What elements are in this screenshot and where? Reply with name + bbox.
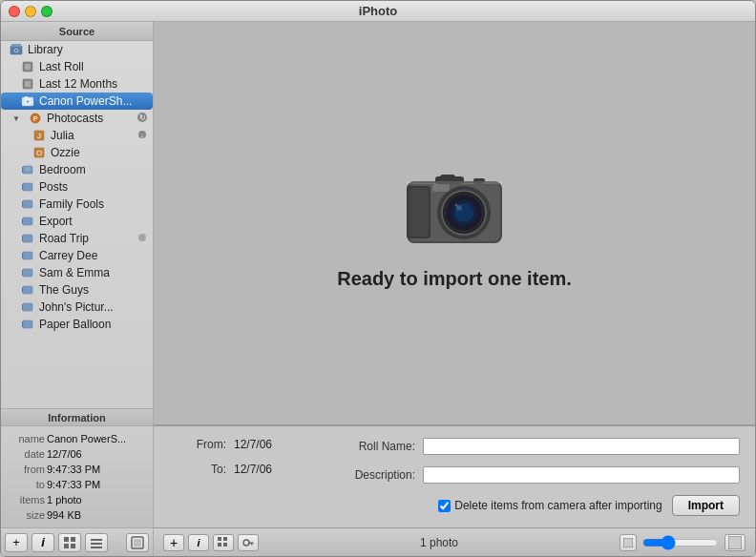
form-to-row: To: 12/7/06 [169, 463, 310, 476]
sidebar-item-label: Library [28, 43, 63, 56]
sidebar-item-family-fools[interactable]: Family Fools [1, 196, 153, 213]
sidebar-item-sam-emma[interactable]: Sam & Emma [1, 264, 153, 281]
grid-button[interactable] [58, 533, 81, 552]
from-value: 12/7/06 [234, 438, 310, 451]
info-row-items: items 1 photo [9, 492, 145, 507]
roll-icon [20, 59, 35, 74]
disclosure-icon: ▼ [9, 111, 24, 126]
description-input[interactable] [423, 466, 740, 484]
sidebar-scroll[interactable]: Library Last Roll [1, 41, 153, 408]
close-button[interactable] [9, 6, 20, 17]
sidebar-item-label: Export [39, 215, 73, 228]
key-icon [242, 537, 254, 548]
sidebar-item-export[interactable]: Export [1, 213, 153, 230]
add-bottom-button[interactable]: + [163, 534, 184, 551]
svg-rect-35 [23, 252, 32, 259]
svg-rect-72 [440, 175, 455, 182]
maximize-button[interactable] [41, 6, 52, 17]
svg-rect-49 [91, 539, 102, 541]
import-button[interactable]: Import [672, 495, 740, 516]
svg-rect-57 [409, 188, 429, 237]
sidebar-item-canon[interactable]: Canon PowerSh... [1, 93, 153, 110]
titlebar: iPhoto [1, 1, 755, 22]
from-label: From: [169, 438, 226, 451]
sidebar-item-road-trip[interactable]: Road Trip [1, 230, 153, 247]
info-content: name Canon PowerS... date 12/7/06 from 9… [1, 426, 153, 527]
sidebar-item-the-guys[interactable]: The Guys [1, 281, 153, 299]
window-controls [9, 6, 52, 17]
camera-illustration [388, 157, 521, 253]
camera-area: Ready to import one item. [154, 22, 755, 424]
svg-rect-43 [23, 320, 32, 328]
sidebar-item-posts[interactable]: Posts [1, 178, 153, 196]
view-large-icon [728, 536, 742, 549]
sidebar-header: Source [1, 22, 153, 41]
sidebar-item-label: Paper Balloon [39, 318, 111, 331]
svg-point-65 [455, 203, 458, 206]
album-icon [20, 299, 35, 315]
delete-checkbox[interactable] [438, 500, 451, 512]
sidebar-item-photocasts[interactable]: ▼ P Photocasts ↻ [1, 110, 153, 127]
info-value-date: 12/7/06 [47, 446, 82, 462]
roll-name-label: Roll Name: [329, 440, 415, 453]
sidebar-item-last-12[interactable]: Last 12 Months [1, 75, 153, 93]
info-value-to: 9:47:33 PM [47, 477, 100, 492]
info-header: Information [1, 409, 153, 426]
svg-rect-79 [249, 542, 254, 544]
sidebar-item-label: Family Fools [39, 197, 104, 211]
minimize-button[interactable] [25, 6, 36, 17]
svg-rect-40 [22, 287, 23, 293]
sidebar-toolbar: + i [1, 527, 153, 556]
info-value-size: 994 KB [47, 507, 81, 523]
info-bottom-button[interactable]: i [188, 534, 209, 551]
view-large-button[interactable] [724, 534, 746, 551]
svg-rect-29 [22, 201, 23, 207]
grid-bottom-button[interactable] [213, 534, 234, 551]
sidebar-item-label: Julia [51, 129, 74, 142]
album-icon [20, 317, 35, 332]
sidebar-item-label: Road Trip [39, 232, 89, 245]
info-value-items: 1 photo [47, 492, 82, 507]
photo-count: 1 photo [420, 536, 458, 549]
svg-rect-7 [25, 81, 31, 87]
svg-rect-39 [23, 286, 32, 294]
svg-rect-27 [22, 184, 23, 190]
sidebar-item-label: Canon PowerSh... [39, 94, 132, 108]
svg-rect-42 [22, 304, 23, 310]
sidebar-item-label: The Guys [39, 283, 89, 297]
sidebar-item-label: Carrey Dee [39, 249, 97, 262]
svg-rect-23 [22, 167, 23, 173]
info-button[interactable]: i [32, 533, 54, 552]
svg-rect-41 [23, 303, 32, 311]
svg-rect-82 [624, 539, 632, 547]
info-value-name: Canon PowerS... [47, 431, 126, 446]
sidebar-item-bedroom[interactable]: Bedroom [1, 161, 153, 178]
sidebar-item-last-roll[interactable]: Last Roll [1, 58, 153, 75]
form-roll-row: Roll Name: [329, 438, 740, 455]
svg-rect-38 [22, 270, 23, 276]
list-button[interactable] [85, 533, 108, 552]
sidebar-item-julia[interactable]: J Julia ↓ [1, 127, 153, 144]
add-button[interactable]: + [5, 533, 28, 552]
svg-rect-84 [729, 537, 741, 548]
sidebar-item-label: John's Pictur... [39, 300, 114, 314]
info-row-to: to 9:47:33 PM [9, 477, 145, 492]
sidebar-item-library[interactable]: Library [1, 41, 153, 58]
svg-rect-47 [64, 544, 69, 548]
info-row-from: from 9:47:33 PM [9, 462, 145, 477]
list-icon [90, 536, 103, 549]
sidebar-item-paper-balloon[interactable]: Paper Balloon [1, 316, 153, 333]
status-bar: + i [154, 527, 755, 556]
sidebar-item-label: Bedroom [39, 163, 86, 176]
date-column: From: 12/7/06 To: 12/7/06 [169, 438, 310, 489]
roll-name-input[interactable] [423, 438, 740, 455]
sidebar-item-johns-picture[interactable]: John's Pictur... [1, 299, 153, 316]
zoom-slider[interactable] [642, 538, 719, 547]
sidebar-item-carrey-dee[interactable]: Carrey Dee [1, 247, 153, 264]
sidebar-item-ozzie[interactable]: O Ozzie [1, 144, 153, 161]
fullscreen-button[interactable] [126, 533, 149, 552]
key-button[interactable] [238, 534, 259, 551]
view-small-button[interactable] [620, 534, 637, 551]
svg-text:J: J [37, 132, 41, 140]
album-icon [20, 196, 35, 212]
